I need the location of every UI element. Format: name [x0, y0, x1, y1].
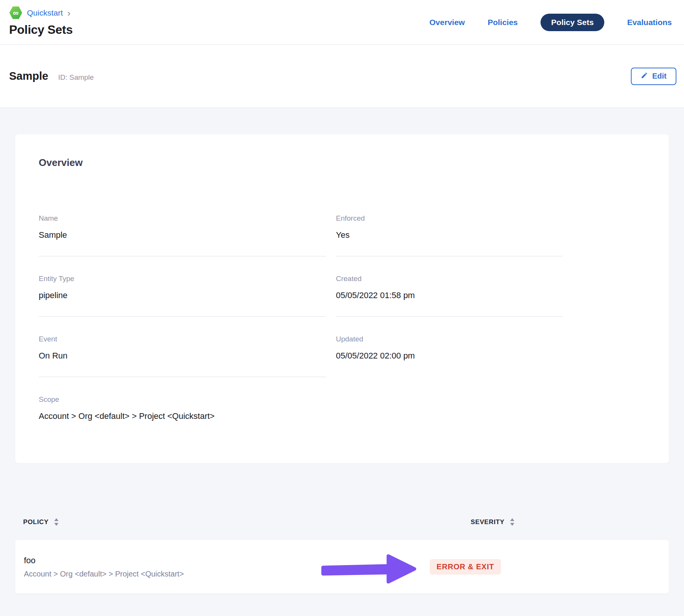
field-label: Event — [39, 334, 326, 344]
field-label: Updated — [336, 334, 563, 344]
breadcrumb: ∞ Quickstart › — [9, 6, 72, 19]
tab-overview[interactable]: Overview — [429, 18, 465, 27]
column-header-policy[interactable]: POLICY — [15, 518, 430, 526]
field-label: Enforced — [336, 213, 563, 223]
field-value: 05/05/2022 01:58 pm — [336, 290, 563, 301]
edit-button[interactable]: Edit — [631, 68, 676, 85]
severity-cell: ERROR & EXIT — [430, 559, 669, 575]
entity-id: ID: Sample — [58, 73, 94, 82]
pencil-icon — [641, 72, 648, 81]
module-nav: Overview Policies Policy Sets Evaluation… — [429, 0, 672, 44]
field-created: Created 05/05/2022 01:58 pm — [336, 274, 563, 317]
page-title: Policy Sets — [9, 23, 72, 37]
project-infinity-icon: ∞ — [9, 6, 22, 19]
field-value: pipeline — [39, 290, 326, 301]
sort-icon — [510, 518, 515, 526]
field-name: Name Sample — [39, 213, 326, 256]
field-scope: Scope Account > Org <default> > Project … — [39, 395, 326, 437]
entity-title: Sample — [9, 70, 48, 82]
fields-right-column: Enforced Yes Created 05/05/2022 01:58 pm… — [336, 213, 563, 455]
column-label: POLICY — [23, 518, 49, 526]
policy-table-row[interactable]: foo Account > Org <default> > Project <Q… — [15, 540, 669, 594]
sort-icon — [54, 518, 59, 526]
column-label: SEVERITY — [471, 518, 504, 526]
tab-policy-sets[interactable]: Policy Sets — [541, 14, 604, 31]
field-updated: Updated 05/05/2022 02:00 pm — [336, 334, 563, 377]
overview-fields: Name Sample Entity Type pipeline Event O… — [39, 213, 646, 455]
policy-scope: Account > Org <default> > Project <Quick… — [24, 569, 430, 579]
top-header: ∞ Quickstart › Policy Sets Overview Poli… — [0, 0, 684, 45]
column-header-severity[interactable]: SEVERITY — [430, 518, 669, 526]
policy-name[interactable]: foo — [24, 555, 430, 566]
field-value: On Run — [39, 350, 326, 362]
field-event: Event On Run — [39, 334, 326, 377]
field-label: Name — [39, 213, 326, 223]
chevron-right-icon: › — [68, 9, 71, 17]
field-value: Account > Org <default> > Project <Quick… — [39, 411, 326, 422]
fields-left-column: Name Sample Entity Type pipeline Event O… — [39, 213, 326, 455]
field-label: Scope — [39, 395, 326, 404]
overview-card: Overview Name Sample Entity Type pipelin… — [15, 134, 669, 463]
field-value: Yes — [336, 229, 563, 241]
field-value: 05/05/2022 02:00 pm — [336, 350, 563, 362]
field-label: Entity Type — [39, 274, 326, 284]
policy-table-header: POLICY SEVERITY — [15, 518, 669, 526]
policy-cell: foo Account > Org <default> > Project <Q… — [15, 555, 430, 579]
breadcrumb-project-link[interactable]: Quickstart — [27, 8, 63, 17]
field-entity-type: Entity Type pipeline — [39, 274, 326, 317]
field-value: Sample — [39, 229, 326, 241]
edit-button-label: Edit — [652, 72, 667, 81]
tab-policies[interactable]: Policies — [488, 18, 518, 27]
entity-title-group: Sample ID: Sample — [9, 70, 94, 82]
entity-toolbar: Sample ID: Sample Edit — [0, 45, 684, 108]
header-title-block: ∞ Quickstart › Policy Sets — [9, 0, 72, 44]
field-label: Created — [336, 274, 563, 284]
severity-badge: ERROR & EXIT — [430, 559, 501, 575]
overview-card-heading: Overview — [39, 156, 646, 169]
tab-evaluations[interactable]: Evaluations — [627, 18, 672, 27]
field-enforced: Enforced Yes — [336, 213, 563, 256]
